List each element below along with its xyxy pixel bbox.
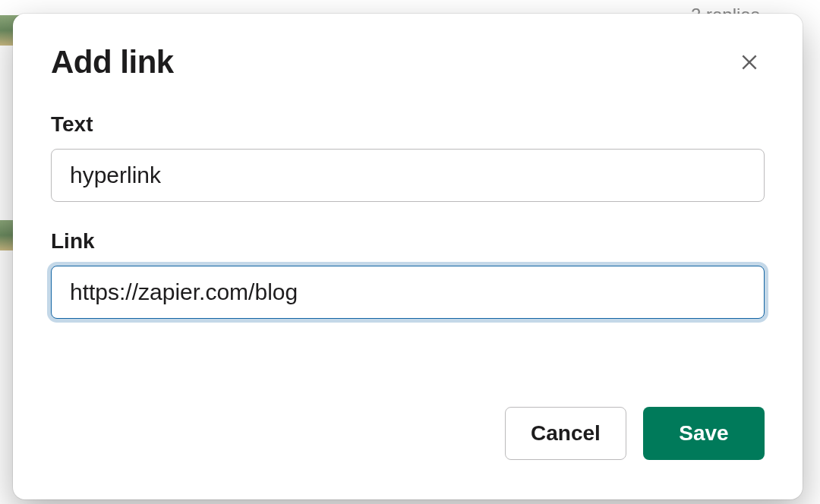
link-input[interactable]: [51, 266, 765, 319]
cancel-button[interactable]: Cancel: [505, 407, 626, 460]
link-label: Link: [51, 229, 765, 254]
save-button[interactable]: Save: [643, 407, 765, 460]
close-icon: [740, 52, 759, 72]
close-button[interactable]: [734, 47, 765, 77]
text-form-group: Text: [51, 112, 765, 202]
modal-header: Add link: [51, 44, 765, 80]
modal-title: Add link: [51, 44, 174, 80]
text-label: Text: [51, 112, 765, 137]
add-link-modal: Add link Text Link Cancel Save: [13, 14, 803, 499]
text-input[interactable]: [51, 149, 765, 202]
modal-footer: Cancel Save: [51, 407, 765, 469]
link-form-group: Link: [51, 229, 765, 319]
